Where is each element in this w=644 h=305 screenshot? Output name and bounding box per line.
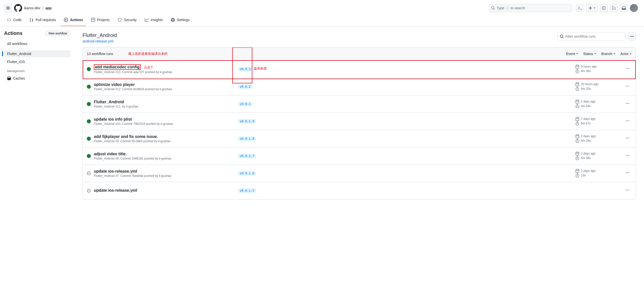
run-kebab-button[interactable]	[624, 67, 632, 72]
run-tag-badge[interactable]: v0.0.1.7	[238, 154, 256, 158]
content-area: Flutter_Android android-release.yml 13 w…	[74, 26, 644, 206]
caret-down-icon	[576, 53, 578, 54]
run-kebab-button[interactable]	[624, 154, 632, 159]
run-kebab-button[interactable]	[624, 119, 632, 124]
run-title[interactable]: optimize video player	[94, 82, 235, 87]
repo-breadcrumb: ikaros-dev / app	[24, 6, 52, 10]
search-hint-post: to search	[510, 6, 525, 10]
run-row[interactable]: adjust video title. Flutter_Android #8: …	[83, 147, 636, 165]
sidebar-workflow-flutter-android[interactable]: Flutter_Android	[4, 50, 70, 57]
run-subtitle: Flutter_Android #10: Commit 7992519 push…	[94, 122, 235, 126]
run-tag-badge[interactable]: v0.0.1.8	[238, 136, 256, 141]
github-logo[interactable]	[14, 4, 22, 12]
breadcrumb-owner[interactable]: ikaros-dev	[24, 6, 41, 10]
run-tag-badge[interactable]: v0.0.1	[238, 102, 253, 106]
filter-actor[interactable]: Actor	[620, 52, 632, 56]
run-tag-badge[interactable]: v0.0.1.6	[238, 171, 256, 176]
run-title[interactable]: update ios-release.yml	[94, 169, 235, 174]
run-row[interactable]: Flutter_Android Flutter_Android #11: by …	[83, 95, 636, 113]
run-kebab-button[interactable]	[624, 101, 632, 107]
kebab-icon	[626, 84, 630, 88]
annotation-click: 点这个	[144, 65, 153, 69]
run-title[interactable]: update ios-release.yml	[94, 188, 235, 193]
workflow-file-link[interactable]: android-release.yml	[83, 39, 113, 43]
nav-insights[interactable]: Insights	[142, 14, 166, 26]
calendar-icon	[575, 65, 579, 69]
search-kbd: /	[506, 6, 509, 10]
issue-icon	[602, 6, 606, 10]
run-tag-badge[interactable]: v0.0.3	[238, 67, 253, 71]
run-meta: 20 hours ago 4m 33s	[575, 82, 621, 91]
kebab-icon	[626, 119, 630, 123]
hamburger-menu-button[interactable]	[4, 4, 12, 12]
sidebar-workflow-flutter-ios[interactable]: Flutter_iOS	[4, 58, 70, 65]
nav-code[interactable]: Code	[4, 14, 24, 26]
kebab-icon	[626, 154, 630, 158]
run-tag-badge[interactable]: v0.0.1.9	[238, 119, 256, 124]
run-meta: 2 days ago 6m 28s	[575, 134, 621, 143]
run-status-icon	[87, 67, 91, 71]
create-new-button[interactable]	[586, 4, 598, 12]
run-meta: 2 days ago 5m 38s	[575, 151, 621, 161]
filter-event[interactable]: Event	[566, 52, 578, 56]
filter-runs-input[interactable]	[565, 34, 624, 38]
run-row[interactable]: update ios-release.yml v0.0.1.5	[83, 182, 636, 199]
inbox-icon	[622, 6, 626, 10]
nav-settings[interactable]: Settings	[168, 14, 193, 26]
run-kebab-button[interactable]	[624, 171, 632, 176]
breadcrumb-separator: /	[42, 6, 45, 10]
kebab-icon	[626, 136, 630, 140]
caret-down-icon	[594, 53, 596, 54]
inbox-button[interactable]	[620, 4, 628, 12]
issues-button[interactable]	[600, 4, 608, 12]
run-kebab-button[interactable]	[624, 136, 632, 141]
nav-projects[interactable]: Projects	[88, 14, 113, 26]
run-title[interactable]: add mediacodec config	[94, 64, 141, 70]
run-kebab-button[interactable]	[624, 188, 632, 193]
nav-actions[interactable]: Actions	[61, 14, 86, 26]
run-title[interactable]: Flutter_Android	[94, 100, 235, 104]
filter-status[interactable]: Status	[583, 52, 596, 56]
run-title[interactable]: add fijkplayer and fix some issue.	[94, 134, 235, 139]
command-icon	[578, 6, 582, 10]
sidebar-caches[interactable]: Caches	[4, 75, 70, 82]
stopwatch-icon	[575, 121, 579, 125]
pull-requests-button[interactable]	[610, 4, 618, 12]
nav-security[interactable]: Security	[115, 14, 140, 26]
runs-table-header: 13 workflow runs 最上面的是最新编译出来的 Event Stat…	[83, 47, 636, 60]
command-palette-button[interactable]	[576, 4, 584, 12]
sidebar-all-workflows[interactable]: All workflows	[4, 40, 70, 47]
run-meta: 9 hours ago 4m 38s	[575, 65, 621, 74]
run-tag-cell: v0.0.1.7	[238, 154, 273, 158]
run-row[interactable]: optimize video player Flutter_Android #1…	[83, 78, 636, 95]
run-row[interactable]: add fijkplayer and fix some issue. Flutt…	[83, 130, 636, 147]
hamburger-icon	[6, 6, 10, 10]
filter-branch[interactable]: Branch	[601, 52, 615, 56]
run-title[interactable]: update ios info plist	[94, 117, 235, 122]
kebab-icon	[626, 67, 630, 71]
run-title[interactable]: adjust video title.	[94, 152, 235, 156]
breadcrumb-repo[interactable]: app	[45, 6, 52, 10]
nav-pulls[interactable]: Pull requests	[26, 14, 59, 26]
caret-down-icon	[593, 8, 595, 9]
run-tag-badge[interactable]: v0.0.1.5	[238, 188, 256, 193]
cache-icon	[7, 76, 11, 80]
run-status-icon	[87, 119, 91, 123]
run-row[interactable]: update ios-release.yml Flutter_Android #…	[83, 165, 636, 182]
user-avatar[interactable]	[630, 4, 638, 12]
stopwatch-icon	[575, 104, 579, 108]
run-meta: 2 days ago 6m 47s	[575, 117, 621, 126]
run-tag-badge[interactable]: v0.0.2	[238, 84, 253, 89]
run-row[interactable]: add mediacodec config点这个 Flutter_Android…	[83, 60, 636, 78]
new-workflow-button[interactable]: New workflow	[45, 31, 70, 36]
filter-runs-input-wrapper[interactable]	[557, 32, 626, 40]
gear-icon	[171, 18, 175, 22]
global-search-input[interactable]: Type / to search	[489, 4, 572, 12]
run-subtitle: Flutter_Android #11: by li-guohao	[94, 105, 235, 108]
code-icon	[7, 18, 11, 22]
run-kebab-button[interactable]	[624, 84, 632, 89]
workflow-menu-button[interactable]	[628, 32, 636, 40]
calendar-icon	[575, 117, 579, 121]
run-row[interactable]: update ios info plist Flutter_Android #1…	[83, 113, 636, 130]
calendar-icon	[575, 169, 579, 173]
